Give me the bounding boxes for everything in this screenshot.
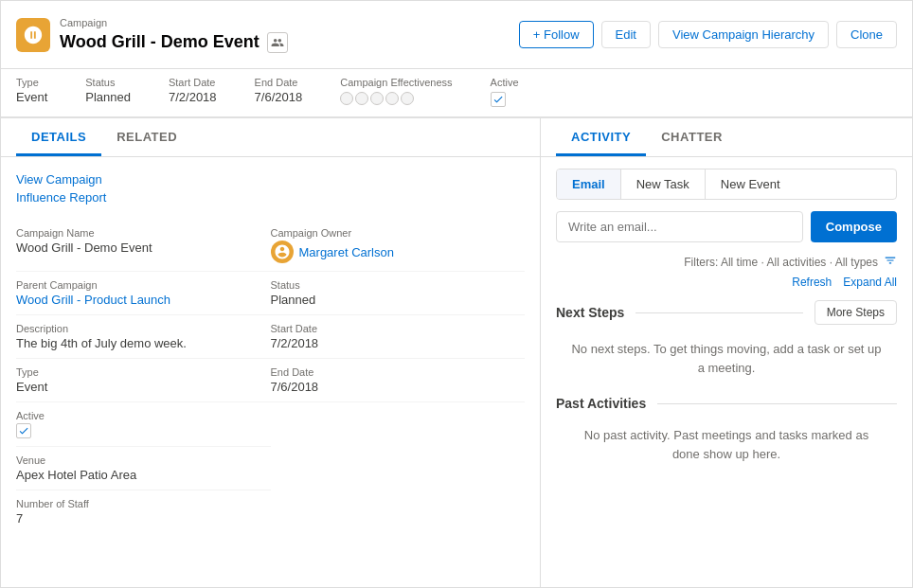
num-staff-value: 7 xyxy=(16,511,271,526)
next-steps-header: Next Steps More Steps xyxy=(556,300,897,325)
field-start-date: Start Date 7/2/2018 ✏ xyxy=(271,315,526,359)
active-checkbox-display xyxy=(491,92,506,107)
record-title: Wood Grill - Demo Event xyxy=(60,32,260,52)
status-label: Status xyxy=(85,77,131,88)
view-campaign-link[interactable]: View Campaign xyxy=(16,172,525,187)
email-tab-new-event[interactable]: New Event xyxy=(706,169,796,199)
email-tab-email[interactable]: Email xyxy=(557,169,621,199)
past-activities-title: Past Activities xyxy=(556,396,646,411)
status-field-value: Planned xyxy=(271,293,526,307)
clone-button[interactable]: Clone xyxy=(836,21,897,48)
description-label: Description xyxy=(16,323,271,334)
past-activities-empty-message: No past activity. Past meetings and task… xyxy=(556,419,897,471)
effectiveness-dots xyxy=(340,92,452,105)
refresh-row: Refresh Expand All xyxy=(556,276,897,289)
object-type-label: Campaign xyxy=(60,17,107,28)
email-tab-new-task[interactable]: New Task xyxy=(621,169,706,199)
num-staff-label: Number of Staff xyxy=(16,498,271,509)
field-venue: Venue Apex Hotel Patio Area ✏ xyxy=(16,447,271,490)
active-label: Active xyxy=(491,77,519,88)
active-field-label: Active xyxy=(16,410,271,421)
influence-report-link[interactable]: Influence Report xyxy=(16,190,525,205)
field-parent-campaign: Parent Campaign Wood Grill - Product Lau… xyxy=(16,272,271,315)
next-steps-title: Next Steps xyxy=(556,305,624,320)
highlights-bar: Type Event Status Planned Start Date 7/2… xyxy=(1,69,912,118)
edit-button[interactable]: Edit xyxy=(601,21,651,48)
start-date-value: 7/2/2018 xyxy=(169,90,217,104)
start-date-field-label: Start Date xyxy=(271,323,526,334)
type-field-label: Type xyxy=(16,366,271,378)
campaign-name-value: Wood Grill - Demo Event xyxy=(16,241,271,255)
effectiveness-label: Campaign Effectiveness xyxy=(340,77,452,88)
view-hierarchy-button[interactable]: View Campaign Hierarchy xyxy=(658,21,829,48)
next-steps-empty-message: No next steps. To get things moving, add… xyxy=(556,332,897,384)
field-campaign-name: Campaign Name Wood Grill - Demo Event ✏ xyxy=(16,220,271,272)
campaign-owner-value[interactable]: Margaret Carlson xyxy=(299,245,394,259)
status-value: Planned xyxy=(85,90,131,104)
tab-related[interactable]: RELATED xyxy=(101,118,192,156)
start-date-label: Start Date xyxy=(169,77,217,88)
filter-funnel-icon[interactable] xyxy=(884,254,897,270)
field-campaign-owner: Campaign Owner Margaret Carlson ✏ xyxy=(271,220,526,272)
status-field-label: Status xyxy=(271,279,526,291)
panel-links: View Campaign Influence Report xyxy=(16,172,525,205)
right-tabs-bar: ACTIVITY CHATTER xyxy=(541,118,912,157)
tab-activity[interactable]: ACTIVITY xyxy=(556,118,646,156)
end-date-field-value: 7/6/2018 xyxy=(271,380,526,394)
next-steps-divider xyxy=(636,312,802,313)
field-end-date: End Date 7/6/2018 ✏ xyxy=(271,359,526,402)
field-num-staff: Number of Staff 7 ✏ xyxy=(16,490,271,533)
campaign-icon xyxy=(16,18,50,52)
active-field-checkbox xyxy=(16,423,31,438)
email-compose-row: Compose xyxy=(556,211,897,242)
type-label: Type xyxy=(16,77,47,88)
venue-label: Venue xyxy=(16,454,271,466)
parent-campaign-value[interactable]: Wood Grill - Product Launch xyxy=(16,293,271,307)
venue-value: Apex Hotel Patio Area xyxy=(16,468,271,482)
email-input[interactable] xyxy=(556,211,803,242)
tab-details[interactable]: DETAILS xyxy=(16,118,101,156)
start-date-field-value: 7/2/2018 xyxy=(271,336,526,350)
more-steps-button[interactable]: More Steps xyxy=(815,300,897,325)
email-tabs: Email New Task New Event xyxy=(556,169,897,200)
end-date-value: 7/6/2018 xyxy=(255,90,303,104)
past-activities-header: Past Activities xyxy=(556,396,897,411)
end-date-field-label: End Date xyxy=(271,366,526,378)
field-active: Active ✏ xyxy=(16,402,271,447)
owner-avatar xyxy=(271,241,294,263)
field-status: Status Planned ✏ xyxy=(271,272,526,315)
type-value: Event xyxy=(16,90,47,104)
parent-campaign-label: Parent Campaign xyxy=(16,279,271,291)
field-description: Description The big 4th of July demo wee… xyxy=(16,315,271,359)
compose-button[interactable]: Compose xyxy=(811,211,897,242)
type-field-value: Event xyxy=(16,380,271,394)
end-date-label: End Date xyxy=(255,77,303,88)
refresh-link[interactable]: Refresh xyxy=(792,276,832,289)
field-type: Type Event ✏ xyxy=(16,359,271,402)
left-tabs-bar: DETAILS RELATED xyxy=(1,118,540,157)
person-icon-button[interactable] xyxy=(267,32,288,53)
campaign-name-label: Campaign Name xyxy=(16,227,271,239)
follow-button[interactable]: + Follow xyxy=(519,21,594,48)
filters-row: Filters: All time · All activities · All… xyxy=(556,254,897,270)
description-value: The big 4th of July demo week. xyxy=(16,336,271,350)
expand-all-link[interactable]: Expand All xyxy=(843,276,897,289)
tab-chatter[interactable]: CHATTER xyxy=(646,118,738,156)
past-activities-divider xyxy=(657,403,897,404)
filters-text: Filters: All time · All activities · All… xyxy=(684,256,878,269)
campaign-owner-label: Campaign Owner xyxy=(271,227,526,239)
